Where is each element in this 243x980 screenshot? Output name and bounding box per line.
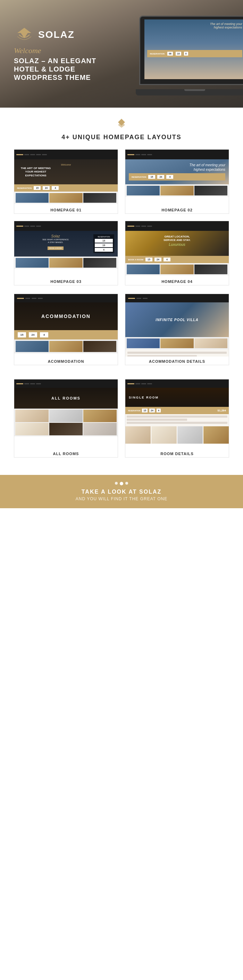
accommodation-grid: ACOMMODATION 15 24 4 ACOMMODATION	[14, 294, 229, 372]
hp03-hero-text: SEE WHAT A DIFFERENCEA STAY MAKES.	[18, 238, 94, 244]
laptop-screen-content: The art of meeting yourhighest expectati…	[145, 19, 243, 60]
hp03-label: HOMEPAGE 03	[14, 277, 118, 285]
hp01-num1: 15	[34, 186, 41, 190]
acc-thumbnails	[14, 339, 118, 353]
laptop-res-item-1: 08	[167, 52, 173, 56]
sr-strip2	[127, 418, 187, 421]
hp04-gold-bar: BOOK A ROOM 15 24 4	[125, 256, 229, 263]
accommodation-details-card[interactable]: INFINITE POOL VILLA ACOMMODA	[125, 294, 229, 365]
sr-room1	[125, 426, 151, 444]
hp01-num2: 24	[43, 186, 50, 190]
hp03-nav-logo	[16, 226, 23, 227]
hp01-thumb3	[83, 193, 116, 203]
hero-welcome: Welcome	[14, 46, 41, 55]
homepage-01-card[interactable]: Welcome THE ART OF MEETING YOUR HIGHEST …	[14, 149, 118, 214]
hp01-italic: Welcome	[18, 164, 114, 166]
sr-rooms-row	[125, 426, 229, 444]
hp04-nav-item2	[141, 226, 146, 227]
accommodation-preview: ACOMMODATION 15 24 4	[14, 294, 118, 356]
acc-nav3	[38, 298, 43, 299]
hp02-num1: 15	[148, 175, 155, 179]
sr-price: $1,284	[218, 409, 226, 412]
homepage-04-card[interactable]: GREAT LOCATION,SERVICE AND STAY. Luxurio…	[125, 221, 229, 285]
hp02-header	[125, 150, 229, 159]
hp04-num3: 4	[164, 258, 170, 261]
acc-det-hero-text: INFINITE POOL VILLA	[125, 302, 229, 337]
laptop-res-item-3: 0	[184, 52, 188, 56]
sr-num1: 15	[142, 409, 148, 412]
all-rooms-hero: ALL ROOMS	[14, 388, 118, 409]
hp02-thumb3	[194, 186, 227, 196]
hp04-thumb2	[160, 264, 193, 274]
homepage-02-card[interactable]: The art of meeting yourhighest expectati…	[125, 149, 229, 214]
rooms-grid: ALL ROOMS ALL ROOMS	[14, 379, 229, 458]
homepage-grid: Welcome THE ART OF MEETING YOUR HIGHEST …	[14, 149, 229, 285]
acc-num1: 15	[18, 332, 26, 337]
sr-header	[125, 379, 229, 388]
laptop-screen-title: The art of meeting yourhighest expectati…	[147, 22, 242, 29]
laptop-res-item-2: 10	[176, 52, 181, 56]
acc-hero-title: ACOMMODATION	[19, 313, 113, 319]
hp03-nav-item2	[30, 226, 35, 227]
room-thumb-1	[15, 410, 49, 422]
hp01-header	[14, 150, 118, 159]
acc-det-nav2	[143, 298, 148, 299]
sr-room3	[177, 426, 203, 444]
sr-hero-text: SINGLE ROOM	[129, 396, 159, 399]
hp03-left: Solaz SEE WHAT A DIFFERENCEA STAY MAKES.…	[18, 234, 94, 253]
acc-det-thumb2	[160, 339, 193, 348]
room-thumb-3	[83, 410, 117, 422]
all-rooms-thumb-grid	[14, 409, 118, 436]
hp01-label: HOMEPAGE 01	[14, 205, 118, 213]
diamond-icon	[14, 118, 229, 131]
acc-thumb2	[49, 341, 82, 352]
acc-det-line1	[127, 352, 227, 354]
solaz-logo-icon	[14, 26, 35, 43]
acc-det-thumb1	[127, 339, 160, 348]
hp04-nav-item1	[135, 226, 140, 227]
sr-hero: SINGLE ROOM	[125, 388, 229, 407]
hp01-thumb2	[49, 193, 82, 203]
acc-gold-bar: 15 24 4	[14, 330, 118, 339]
sr-room4	[203, 426, 229, 444]
room-details-card[interactable]: SINGLE ROOM RESERVATION 15 24 4 $1,284	[125, 379, 229, 458]
acc-nav1	[25, 298, 30, 299]
hp02-num3: 4	[166, 175, 173, 179]
sr-gold-booking: RESERVATION 15 24 4 $1,284	[125, 407, 229, 414]
hp04-nav-logo	[127, 226, 134, 227]
acc-det-title: INFINITE POOL VILLA	[156, 318, 198, 322]
hp04-thumbnails	[125, 263, 229, 276]
hero-section: SOLAZ Welcome SOLAZ – AN ELEGANT HOTEL &…	[0, 0, 243, 108]
hp04-label: HOMEPAGE 04	[125, 277, 229, 285]
hp02-hero: The art of meeting yourhighest expectati…	[125, 159, 229, 185]
homepage-03-card[interactable]: Solaz SEE WHAT A DIFFERENCEA STAY MAKES.…	[14, 221, 118, 285]
hp01-bold: THE ART OF MEETING YOUR HIGHEST EXPECTAT…	[18, 167, 53, 177]
accommodation-card[interactable]: ACOMMODATION 15 24 4 ACOMMODATION	[14, 294, 118, 365]
laptop-notch	[184, 89, 205, 91]
footer-dot-1	[115, 482, 118, 485]
hp03-thumbnails	[14, 256, 118, 269]
sr-nav1	[135, 383, 140, 384]
footer-dot-center	[120, 482, 123, 485]
acc-det-thumbs-row	[125, 337, 229, 350]
all-rooms-card[interactable]: ALL ROOMS ALL ROOMS	[14, 379, 118, 458]
stacked-diamonds-icon	[114, 118, 129, 129]
acc-details-preview: INFINITE POOL VILLA	[125, 294, 229, 356]
acc-header	[14, 294, 118, 302]
all-rooms-preview: ALL ROOMS	[14, 379, 118, 449]
hp02-nav-item2	[141, 154, 146, 155]
hp04-num1: 15	[145, 258, 152, 261]
logo-text: SOLAZ	[38, 29, 75, 40]
hp03-book-btn[interactable]: BOOK A ROOM	[48, 247, 64, 250]
accommodation-label: ACOMMODATION	[14, 356, 118, 365]
hp03-thumb2	[49, 258, 82, 268]
all-rooms-header	[14, 379, 118, 388]
acc-det-content	[125, 350, 229, 356]
sr-strip3	[127, 422, 227, 424]
acc-hero-area: ACOMMODATION	[14, 302, 118, 330]
sr-num3: 4	[157, 409, 161, 412]
laptop-base	[136, 89, 243, 95]
laptop-body: The art of meeting yourhighest expectati…	[139, 16, 243, 85]
all-rooms-nav3	[36, 383, 41, 384]
hp01-nav-item4	[42, 154, 47, 155]
